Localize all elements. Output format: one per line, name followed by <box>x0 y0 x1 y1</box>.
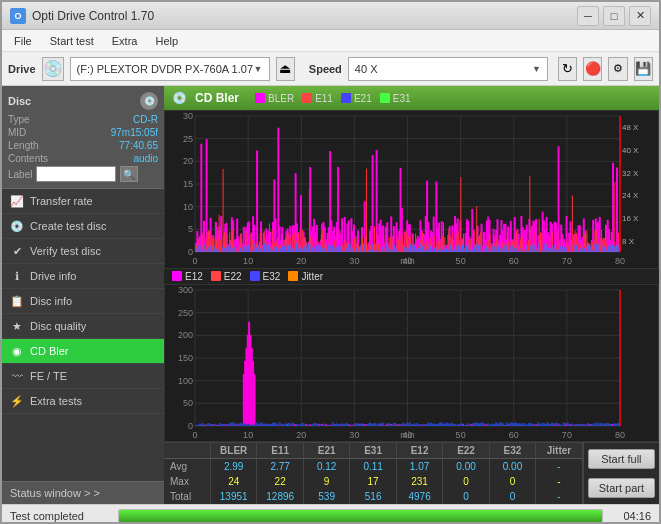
disc-info-icon: 📋 <box>10 294 24 308</box>
cell-total-E31: 516 <box>350 489 396 504</box>
cell-avg-E22: 0.00 <box>443 459 489 475</box>
nav-item-create-test-disc[interactable]: 💿Create test disc <box>2 214 164 239</box>
cell-total-BLER: 13951 <box>210 489 256 504</box>
nav-item-cd-bler[interactable]: ◉CD Bler <box>2 339 164 364</box>
cd-bler-icon: ◉ <box>10 344 24 358</box>
nav-label-create-test-disc: Create test disc <box>30 220 106 232</box>
nav-label-cd-bler: CD Bler <box>30 345 69 357</box>
verify-test-disc-icon: ✔ <box>10 244 24 258</box>
transfer-rate-icon: 📈 <box>10 194 24 208</box>
row-label-total: Total <box>164 489 210 504</box>
speed-selector[interactable]: 40 X ▼ <box>348 57 548 81</box>
disc-quality-icon: ★ <box>10 319 24 333</box>
nav-label-disc-info: Disc info <box>30 295 72 307</box>
legend-E21: E21 <box>341 93 372 104</box>
drive-selector[interactable]: (F:) PLEXTOR DVDR PX-760A 1.07 ▼ <box>70 57 270 81</box>
app-icon: O <box>10 8 26 24</box>
eject-button[interactable]: ⏏ <box>276 57 295 81</box>
chevron-down-icon: ▼ <box>532 64 541 74</box>
minimize-button[interactable]: ─ <box>577 6 599 26</box>
chart2-canvas <box>165 285 659 443</box>
nav-label-transfer-rate: Transfer rate <box>30 195 93 207</box>
legend2-E12: E12 <box>172 271 203 282</box>
nav-item-fe-te[interactable]: 〰FE / TE <box>2 364 164 389</box>
chart-bler <box>164 110 659 269</box>
col-E12: E12 <box>396 443 442 459</box>
status-window-button[interactable]: Status window > > <box>2 481 164 504</box>
disc-contents-value: audio <box>134 153 158 164</box>
cell-max-BLER: 24 <box>210 474 256 489</box>
chart-legend-2: E12E22E32Jitter <box>172 271 323 282</box>
nav-item-transfer-rate[interactable]: 📈Transfer rate <box>2 189 164 214</box>
menu-help[interactable]: Help <box>147 33 186 49</box>
settings-button[interactable]: ⚙ <box>608 57 627 81</box>
status-text: Test completed <box>10 510 110 522</box>
cell-total-E11: 12896 <box>257 489 303 504</box>
extra-tests-icon: ⚡ <box>10 394 24 408</box>
stats-header: BLERE11E21E31E12E22E32Jitter <box>164 443 582 459</box>
speed-label: Speed <box>309 63 342 75</box>
drive-bar: Drive 💿 (F:) PLEXTOR DVDR PX-760A 1.07 ▼… <box>2 52 659 86</box>
nav-item-extra-tests[interactable]: ⚡Extra tests <box>2 389 164 414</box>
stats-row-total: Total1395112896539516497600- <box>164 489 582 504</box>
start-full-button[interactable]: Start full <box>588 449 655 469</box>
cell-avg-E31: 0.11 <box>350 459 396 475</box>
start-part-button[interactable]: Start part <box>588 478 655 498</box>
menu-extra[interactable]: Extra <box>104 33 146 49</box>
disc-length-label: Length <box>8 140 39 151</box>
disc-label-browse-button[interactable]: 🔍 <box>120 166 138 182</box>
col-E32: E32 <box>489 443 535 459</box>
menu-file[interactable]: File <box>6 33 40 49</box>
charts-container: E12E22E32Jitter <box>164 110 659 442</box>
legend-BLER: BLER <box>255 93 294 104</box>
close-button[interactable]: ✕ <box>629 6 651 26</box>
cell-total-E12: 4976 <box>396 489 442 504</box>
main-layout: Disc 💿 Type CD-R MID 97m15:05f Length 77… <box>2 86 659 504</box>
cell-avg-E12: 1.07 <box>396 459 442 475</box>
cell-max-Jitter: - <box>536 474 583 489</box>
chevron-down-icon: ▼ <box>254 64 263 74</box>
content-area: 💿 CD Bler BLERE11E21E31 E12E22E32Jitter <box>164 86 659 504</box>
drive-icon: 💿 <box>42 57 64 81</box>
menu-start-test[interactable]: Start test <box>42 33 102 49</box>
nav-item-disc-info[interactable]: 📋Disc info <box>2 289 164 314</box>
progress-bar <box>118 509 603 523</box>
disc-title: Disc <box>8 95 31 107</box>
disc-button[interactable]: 🔴 <box>583 57 602 81</box>
legend-E31: E31 <box>380 93 411 104</box>
cell-max-E32: 0 <box>489 474 535 489</box>
disc-contents-label: Contents <box>8 153 48 164</box>
disc-mid-value: 97m15:05f <box>111 127 158 138</box>
save-button[interactable]: 💾 <box>634 57 653 81</box>
nav-item-verify-test-disc[interactable]: ✔Verify test disc <box>2 239 164 264</box>
progress-fill <box>119 510 602 522</box>
col-E21: E21 <box>303 443 349 459</box>
legend-E11: E11 <box>302 93 333 104</box>
row-label-avg: Avg <box>164 459 210 475</box>
col-E31: E31 <box>350 443 396 459</box>
legend2-Jitter: Jitter <box>288 271 323 282</box>
nav-label-extra-tests: Extra tests <box>30 395 82 407</box>
nav-list: 📈Transfer rate💿Create test disc✔Verify t… <box>2 189 164 414</box>
cell-max-E22: 0 <box>443 474 489 489</box>
disc-label-input[interactable] <box>36 166 116 182</box>
cell-total-E21: 539 <box>303 489 349 504</box>
status-time: 04:16 <box>611 510 651 522</box>
drive-label: Drive <box>8 63 36 75</box>
chart-legend-1: BLERE11E21E31 <box>255 93 411 104</box>
status-window-label: Status window > > <box>10 487 100 499</box>
nav-item-drive-info[interactable]: ℹDrive info <box>2 264 164 289</box>
cell-total-E22: 0 <box>443 489 489 504</box>
restore-button[interactable]: □ <box>603 6 625 26</box>
col-E22: E22 <box>443 443 489 459</box>
stats-body: Avg2.992.770.120.111.070.000.00-Max24229… <box>164 459 582 505</box>
status-bar: Test completed 04:16 <box>2 504 659 524</box>
refresh-button[interactable]: ↻ <box>558 57 577 81</box>
nav-item-disc-quality[interactable]: ★Disc quality <box>2 314 164 339</box>
row-label-max: Max <box>164 474 210 489</box>
disc-section: Disc 💿 Type CD-R MID 97m15:05f Length 77… <box>2 86 164 189</box>
drive-info-icon: ℹ <box>10 269 24 283</box>
cell-total-E32: 0 <box>489 489 535 504</box>
cd-icon: 💿 <box>172 91 187 105</box>
disc-mid-label: MID <box>8 127 26 138</box>
